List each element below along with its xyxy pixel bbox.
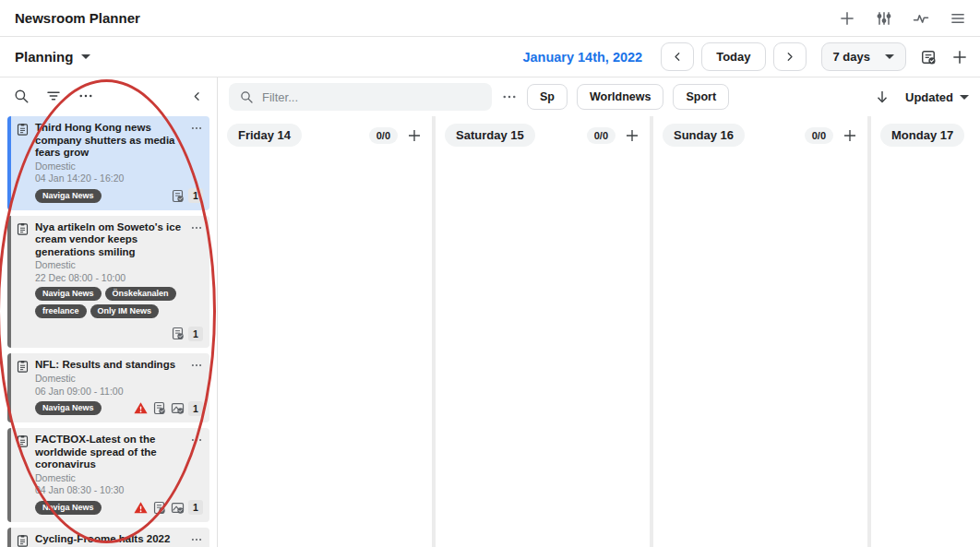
next-day-button[interactable]: [773, 42, 807, 71]
tune-icon[interactable]: [875, 9, 893, 28]
doc-check-icon: [170, 188, 185, 204]
day-columns: Friday 14 0/0 Saturday 15 0/0: [218, 116, 980, 547]
filter-chip-sport[interactable]: Sport: [673, 84, 729, 110]
story-tag: Only IM News: [90, 304, 160, 318]
story-tag: Naviga News: [35, 501, 102, 515]
article-icon: [16, 222, 30, 342]
prev-day-button[interactable]: [661, 42, 694, 71]
story-section: Domestic: [35, 161, 203, 172]
add-icon[interactable]: [838, 9, 856, 28]
story-card[interactable]: Cycling-Froome halts 2022 season prepara…: [7, 528, 209, 547]
article-icon: [16, 534, 30, 547]
day-column-monday: Monday 17: [871, 116, 980, 547]
warning-icon: [133, 500, 149, 516]
story-tag: Önskekanalen: [105, 287, 176, 301]
add-to-day-icon[interactable]: [624, 127, 640, 144]
collapse-sidebar-icon[interactable]: [190, 89, 204, 103]
story-title: FACTBOX-Latest on the worldwide spread o…: [35, 434, 186, 471]
warning-icon: [133, 400, 149, 416]
add-to-day-icon[interactable]: [406, 127, 423, 144]
version-count-badge: 1: [188, 500, 203, 515]
card-more-icon[interactable]: [190, 533, 203, 546]
version-count-badge: 1: [188, 401, 203, 416]
view-select-label: Planning: [15, 49, 73, 65]
current-date-label[interactable]: January 14th, 2022: [522, 50, 642, 65]
card-more-icon[interactable]: [190, 359, 203, 372]
story-time: 06 Jan 09:00 - 11:00: [35, 386, 203, 398]
sort-controls: Updated: [874, 89, 969, 105]
story-time: 04 Jan 14:20 - 16:20: [35, 172, 203, 184]
story-tag: Naviga News: [35, 189, 102, 203]
card-more-icon[interactable]: [190, 434, 203, 446]
content-area: Third Hong Kong news company shutters as…: [0, 77, 980, 547]
more-filters-icon[interactable]: [501, 89, 518, 105]
sort-by-label: Updated: [905, 90, 953, 104]
story-tag: freelance: [35, 304, 87, 318]
day-label: Monday 17: [880, 124, 964, 147]
topbar-actions: [838, 9, 967, 28]
day-label: Sunday 16: [663, 124, 745, 147]
caret-down-icon: [81, 54, 90, 59]
story-section: Domestic: [35, 373, 203, 385]
search-icon[interactable]: [13, 88, 30, 104]
sort-direction-icon[interactable]: [874, 89, 890, 105]
article-icon: [16, 360, 30, 416]
day-label: Friday 14: [227, 124, 302, 147]
filter-input[interactable]: [262, 90, 482, 104]
top-bar: Newsroom Planner: [0, 0, 980, 37]
day-count-badge: 0/0: [587, 127, 615, 144]
range-select-dropdown[interactable]: 7 days: [821, 42, 906, 71]
add-to-day-icon[interactable]: [842, 127, 858, 144]
story-card[interactable]: NFL: Results and standings Domestic 06 J…: [7, 353, 209, 422]
day-column-sunday: Sunday 16 0/0: [653, 116, 867, 547]
doc-check-icon: [151, 400, 167, 416]
sort-by-dropdown[interactable]: Updated: [905, 90, 969, 104]
planning-toolbar: Planning January 14th, 2022 Today 7 days: [0, 37, 980, 77]
filter-chip-sp[interactable]: Sp: [527, 84, 568, 110]
story-card[interactable]: FACTBOX-Latest on the worldwide spread o…: [7, 428, 209, 522]
app-title: Newsroom Planner: [15, 10, 140, 26]
range-label: 7 days: [833, 50, 870, 64]
toolbar-right: January 14th, 2022 Today 7 days: [522, 42, 969, 71]
version-count-badge: 1: [188, 327, 203, 341]
day-column-saturday: Saturday 15 0/0: [436, 116, 650, 547]
card-more-icon[interactable]: [190, 221, 203, 234]
day-count-badge: 0/0: [805, 127, 833, 144]
search-icon: [239, 89, 254, 104]
filter-chip-worldnews[interactable]: Worldnews: [577, 84, 663, 110]
calendar-add-icon[interactable]: [919, 48, 938, 66]
day-column-friday: Friday 14 0/0: [218, 116, 432, 547]
activity-icon[interactable]: [912, 9, 930, 28]
doc-check-icon: [170, 326, 185, 341]
filter-icon[interactable]: [45, 88, 62, 104]
article-icon: [16, 434, 30, 516]
filter-input-box: [229, 83, 492, 111]
board-toolbar: Sp Worldnews Sport Updated: [218, 77, 980, 116]
story-title: Third Hong Kong news company shutters as…: [35, 122, 186, 160]
view-select-dropdown[interactable]: Planning: [15, 49, 90, 65]
image-check-icon: [170, 500, 185, 516]
doc-check-icon: [151, 500, 167, 516]
story-tag: Naviga News: [35, 401, 102, 415]
story-card-list: Third Hong Kong news company shutters as…: [0, 114, 217, 547]
menu-icon[interactable]: [949, 9, 967, 28]
caret-down-icon: [960, 95, 969, 100]
day-label: Saturday 15: [445, 124, 535, 147]
story-card[interactable]: Nya artikeln om Soweto's ice cream vendo…: [7, 216, 209, 349]
day-count-badge: 0/0: [369, 127, 398, 144]
add-event-icon[interactable]: [950, 48, 969, 66]
planning-board: Sp Worldnews Sport Updated Friday 14 0/0: [218, 77, 980, 547]
caret-down-icon: [885, 54, 894, 59]
story-time: 22 Dec 08:00 - 10:00: [35, 272, 203, 284]
story-title: Nya artikeln om Soweto's ice cream vendo…: [35, 221, 186, 259]
sidebar-toolbar: [0, 77, 217, 114]
story-section: Domestic: [35, 472, 203, 484]
story-card[interactable]: Third Hong Kong news company shutters as…: [7, 116, 209, 210]
card-more-icon[interactable]: [190, 122, 203, 135]
story-time: 04 Jan 08:30 - 10:30: [35, 484, 203, 496]
version-count-badge: 1: [188, 188, 203, 203]
today-button[interactable]: Today: [701, 42, 765, 71]
more-options-icon[interactable]: [78, 88, 94, 104]
article-icon: [16, 123, 30, 204]
image-check-icon: [170, 400, 185, 416]
